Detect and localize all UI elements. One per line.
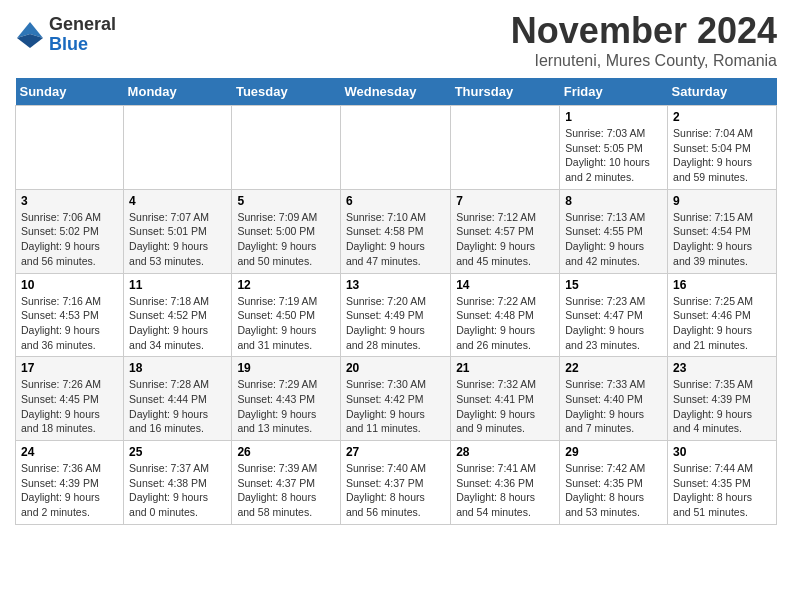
calendar-cell <box>16 106 124 190</box>
day-info: Sunrise: 7:03 AM Sunset: 5:05 PM Dayligh… <box>565 126 662 185</box>
logo-icon <box>15 20 45 50</box>
day-number: 11 <box>129 278 226 292</box>
day-info: Sunrise: 7:33 AM Sunset: 4:40 PM Dayligh… <box>565 377 662 436</box>
day-number: 18 <box>129 361 226 375</box>
logo-general: General <box>49 15 116 35</box>
calendar-cell: 5Sunrise: 7:09 AM Sunset: 5:00 PM Daylig… <box>232 189 341 273</box>
calendar-cell: 2Sunrise: 7:04 AM Sunset: 5:04 PM Daylig… <box>668 106 777 190</box>
day-number: 23 <box>673 361 771 375</box>
day-info: Sunrise: 7:28 AM Sunset: 4:44 PM Dayligh… <box>129 377 226 436</box>
month-title: November 2024 <box>511 10 777 52</box>
logo-text: General Blue <box>49 15 116 55</box>
calendar-cell: 8Sunrise: 7:13 AM Sunset: 4:55 PM Daylig… <box>560 189 668 273</box>
calendar-cell: 6Sunrise: 7:10 AM Sunset: 4:58 PM Daylig… <box>340 189 450 273</box>
calendar-cell: 28Sunrise: 7:41 AM Sunset: 4:36 PM Dayli… <box>451 441 560 525</box>
calendar-table: SundayMondayTuesdayWednesdayThursdayFrid… <box>15 78 777 525</box>
calendar-week-row: 17Sunrise: 7:26 AM Sunset: 4:45 PM Dayli… <box>16 357 777 441</box>
day-info: Sunrise: 7:06 AM Sunset: 5:02 PM Dayligh… <box>21 210 118 269</box>
day-info: Sunrise: 7:16 AM Sunset: 4:53 PM Dayligh… <box>21 294 118 353</box>
calendar-cell: 22Sunrise: 7:33 AM Sunset: 4:40 PM Dayli… <box>560 357 668 441</box>
day-info: Sunrise: 7:12 AM Sunset: 4:57 PM Dayligh… <box>456 210 554 269</box>
calendar-cell: 3Sunrise: 7:06 AM Sunset: 5:02 PM Daylig… <box>16 189 124 273</box>
day-info: Sunrise: 7:32 AM Sunset: 4:41 PM Dayligh… <box>456 377 554 436</box>
day-number: 14 <box>456 278 554 292</box>
weekday-header-monday: Monday <box>124 78 232 106</box>
calendar-cell: 14Sunrise: 7:22 AM Sunset: 4:48 PM Dayli… <box>451 273 560 357</box>
day-info: Sunrise: 7:20 AM Sunset: 4:49 PM Dayligh… <box>346 294 445 353</box>
day-info: Sunrise: 7:09 AM Sunset: 5:00 PM Dayligh… <box>237 210 335 269</box>
logo: General Blue <box>15 15 116 55</box>
day-info: Sunrise: 7:30 AM Sunset: 4:42 PM Dayligh… <box>346 377 445 436</box>
weekday-header-sunday: Sunday <box>16 78 124 106</box>
calendar-cell <box>451 106 560 190</box>
day-number: 25 <box>129 445 226 459</box>
day-info: Sunrise: 7:23 AM Sunset: 4:47 PM Dayligh… <box>565 294 662 353</box>
day-number: 8 <box>565 194 662 208</box>
day-info: Sunrise: 7:26 AM Sunset: 4:45 PM Dayligh… <box>21 377 118 436</box>
day-number: 30 <box>673 445 771 459</box>
day-number: 19 <box>237 361 335 375</box>
day-info: Sunrise: 7:18 AM Sunset: 4:52 PM Dayligh… <box>129 294 226 353</box>
day-number: 9 <box>673 194 771 208</box>
calendar-week-row: 24Sunrise: 7:36 AM Sunset: 4:39 PM Dayli… <box>16 441 777 525</box>
page-header: General Blue November 2024 Iernuteni, Mu… <box>15 10 777 70</box>
day-number: 4 <box>129 194 226 208</box>
day-number: 6 <box>346 194 445 208</box>
day-number: 2 <box>673 110 771 124</box>
calendar-week-row: 1Sunrise: 7:03 AM Sunset: 5:05 PM Daylig… <box>16 106 777 190</box>
day-number: 17 <box>21 361 118 375</box>
calendar-cell: 9Sunrise: 7:15 AM Sunset: 4:54 PM Daylig… <box>668 189 777 273</box>
day-info: Sunrise: 7:07 AM Sunset: 5:01 PM Dayligh… <box>129 210 226 269</box>
weekday-header-tuesday: Tuesday <box>232 78 341 106</box>
calendar-cell: 27Sunrise: 7:40 AM Sunset: 4:37 PM Dayli… <box>340 441 450 525</box>
day-info: Sunrise: 7:25 AM Sunset: 4:46 PM Dayligh… <box>673 294 771 353</box>
weekday-header-row: SundayMondayTuesdayWednesdayThursdayFrid… <box>16 78 777 106</box>
location-subtitle: Iernuteni, Mures County, Romania <box>511 52 777 70</box>
day-number: 5 <box>237 194 335 208</box>
day-info: Sunrise: 7:37 AM Sunset: 4:38 PM Dayligh… <box>129 461 226 520</box>
day-number: 3 <box>21 194 118 208</box>
calendar-cell: 26Sunrise: 7:39 AM Sunset: 4:37 PM Dayli… <box>232 441 341 525</box>
day-number: 1 <box>565 110 662 124</box>
day-number: 15 <box>565 278 662 292</box>
calendar-cell: 17Sunrise: 7:26 AM Sunset: 4:45 PM Dayli… <box>16 357 124 441</box>
calendar-cell: 10Sunrise: 7:16 AM Sunset: 4:53 PM Dayli… <box>16 273 124 357</box>
calendar-cell: 4Sunrise: 7:07 AM Sunset: 5:01 PM Daylig… <box>124 189 232 273</box>
day-info: Sunrise: 7:36 AM Sunset: 4:39 PM Dayligh… <box>21 461 118 520</box>
day-info: Sunrise: 7:39 AM Sunset: 4:37 PM Dayligh… <box>237 461 335 520</box>
day-number: 16 <box>673 278 771 292</box>
day-info: Sunrise: 7:10 AM Sunset: 4:58 PM Dayligh… <box>346 210 445 269</box>
day-info: Sunrise: 7:35 AM Sunset: 4:39 PM Dayligh… <box>673 377 771 436</box>
day-number: 26 <box>237 445 335 459</box>
day-info: Sunrise: 7:15 AM Sunset: 4:54 PM Dayligh… <box>673 210 771 269</box>
calendar-week-row: 3Sunrise: 7:06 AM Sunset: 5:02 PM Daylig… <box>16 189 777 273</box>
calendar-cell: 11Sunrise: 7:18 AM Sunset: 4:52 PM Dayli… <box>124 273 232 357</box>
calendar-cell: 24Sunrise: 7:36 AM Sunset: 4:39 PM Dayli… <box>16 441 124 525</box>
day-info: Sunrise: 7:29 AM Sunset: 4:43 PM Dayligh… <box>237 377 335 436</box>
calendar-cell <box>340 106 450 190</box>
calendar-cell: 16Sunrise: 7:25 AM Sunset: 4:46 PM Dayli… <box>668 273 777 357</box>
calendar-cell: 12Sunrise: 7:19 AM Sunset: 4:50 PM Dayli… <box>232 273 341 357</box>
day-number: 10 <box>21 278 118 292</box>
day-number: 24 <box>21 445 118 459</box>
day-number: 12 <box>237 278 335 292</box>
day-number: 20 <box>346 361 445 375</box>
calendar-cell <box>232 106 341 190</box>
day-info: Sunrise: 7:42 AM Sunset: 4:35 PM Dayligh… <box>565 461 662 520</box>
day-number: 22 <box>565 361 662 375</box>
day-number: 27 <box>346 445 445 459</box>
calendar-week-row: 10Sunrise: 7:16 AM Sunset: 4:53 PM Dayli… <box>16 273 777 357</box>
day-info: Sunrise: 7:19 AM Sunset: 4:50 PM Dayligh… <box>237 294 335 353</box>
day-number: 13 <box>346 278 445 292</box>
title-area: November 2024 Iernuteni, Mures County, R… <box>511 10 777 70</box>
calendar-cell: 20Sunrise: 7:30 AM Sunset: 4:42 PM Dayli… <box>340 357 450 441</box>
calendar-cell: 25Sunrise: 7:37 AM Sunset: 4:38 PM Dayli… <box>124 441 232 525</box>
calendar-cell: 29Sunrise: 7:42 AM Sunset: 4:35 PM Dayli… <box>560 441 668 525</box>
day-info: Sunrise: 7:41 AM Sunset: 4:36 PM Dayligh… <box>456 461 554 520</box>
day-info: Sunrise: 7:13 AM Sunset: 4:55 PM Dayligh… <box>565 210 662 269</box>
day-number: 29 <box>565 445 662 459</box>
calendar-cell: 13Sunrise: 7:20 AM Sunset: 4:49 PM Dayli… <box>340 273 450 357</box>
day-number: 28 <box>456 445 554 459</box>
weekday-header-thursday: Thursday <box>451 78 560 106</box>
day-info: Sunrise: 7:44 AM Sunset: 4:35 PM Dayligh… <box>673 461 771 520</box>
